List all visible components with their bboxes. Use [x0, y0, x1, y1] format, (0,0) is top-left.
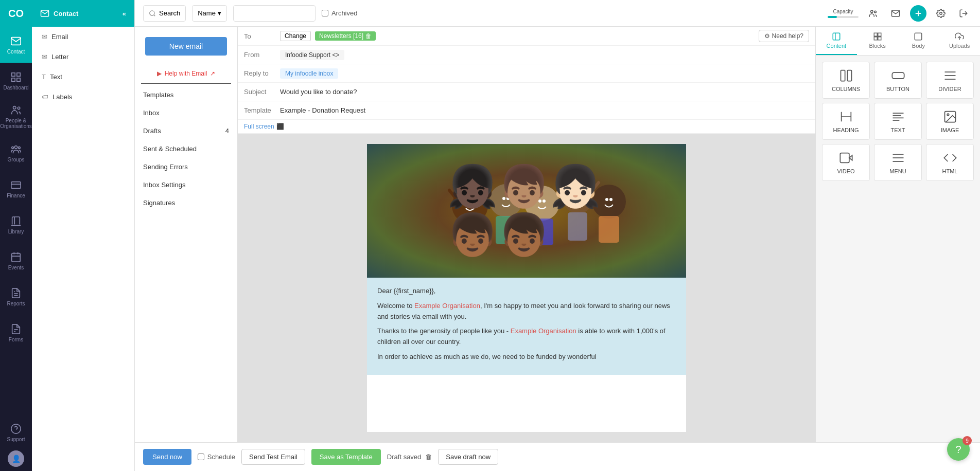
html-block-icon — [943, 151, 957, 165]
right-panel: Content Blocks Body Uploads — [815, 27, 980, 442]
save-template-button[interactable]: Save as Template — [311, 449, 381, 465]
blocks-tab-icon — [873, 32, 882, 41]
logout-button[interactable] — [955, 5, 972, 22]
block-divider[interactable]: ✦ DIVIDER — [926, 62, 974, 99]
fullscreen-row[interactable]: Full screen ⬛ — [238, 120, 815, 134]
signatures-label: Signatures — [143, 199, 175, 207]
block-menu[interactable]: ✦ MENU — [874, 144, 922, 181]
nav-item-support[interactable]: Support — [0, 414, 32, 450]
block-columns[interactable]: ✦ COLUMNS — [822, 62, 870, 99]
nav-item-events[interactable]: Events — [0, 243, 32, 279]
nav-item-library-label: Library — [8, 229, 24, 234]
help-with-email-link[interactable]: ▶ Help with Email ↗ — [135, 66, 237, 81]
nav-item-people[interactable]: People & Organisations — [0, 99, 32, 135]
svg-point-32 — [466, 202, 469, 205]
tab-body[interactable]: Body — [898, 27, 939, 55]
tab-content[interactable]: Content — [816, 27, 857, 55]
nav-item-reports[interactable]: Reports — [0, 279, 32, 315]
email-nav-drafts[interactable]: Drafts 4 — [135, 122, 237, 140]
nav-item-contact[interactable]: Contact — [0, 27, 32, 63]
block-button[interactable]: ✦ BUTTON — [874, 62, 922, 99]
contacts-icon-btn[interactable] — [865, 5, 881, 22]
heading-label: HEADING — [833, 127, 859, 133]
schedule-checkbox[interactable] — [198, 454, 204, 460]
drafts-label: Drafts — [143, 127, 161, 135]
org-name-1: Example Organisation — [414, 302, 480, 310]
svg-point-35 — [506, 197, 510, 200]
collapse-sidebar-button[interactable]: « — [122, 10, 126, 17]
archived-checkbox-row: Archived — [322, 9, 358, 17]
block-html[interactable]: ✦ HTML — [926, 144, 974, 181]
nav-item-forms[interactable]: Forms — [0, 315, 32, 351]
svg-rect-59 — [847, 70, 851, 81]
search-input[interactable] — [233, 5, 316, 22]
send-test-button[interactable]: Send Test Email — [241, 449, 305, 465]
search-filter-dropdown[interactable]: Name ▾ — [192, 5, 227, 22]
email-nav-signatures[interactable]: Signatures — [135, 194, 237, 212]
schedule-label[interactable]: Schedule — [198, 453, 235, 461]
change-button[interactable]: Change — [280, 31, 311, 41]
settings-button[interactable] — [933, 5, 949, 22]
svg-point-28 — [489, 184, 522, 217]
svg-point-6 — [14, 146, 18, 149]
email-nav-sent[interactable]: Sent & Scheduled — [135, 140, 237, 158]
sidebar-item-labels-label: Labels — [52, 93, 72, 101]
block-image[interactable]: ✦ IMAGE — [926, 103, 974, 140]
svg-rect-55 — [878, 37, 881, 40]
tab-blocks[interactable]: Blocks — [857, 27, 898, 55]
preview-para2: Thanks to the generosity of people like … — [377, 326, 676, 348]
subject-value[interactable]: Would you like to donate? — [280, 88, 809, 96]
email-nav-templates[interactable]: Templates — [135, 86, 237, 104]
need-help-button[interactable]: ⚙ Need help? — [759, 30, 809, 42]
block-text[interactable]: ✦ TEXT — [874, 103, 922, 140]
block-heading[interactable]: ✦ HEADING — [822, 103, 870, 140]
nav-item-library[interactable]: Library — [0, 207, 32, 243]
svg-point-33 — [470, 202, 474, 205]
sidebar-item-letter[interactable]: ✉ Letter — [32, 47, 134, 67]
send-now-button[interactable]: Send now — [143, 449, 191, 465]
video-block-icon — [839, 151, 853, 165]
sidebar-item-labels[interactable]: 🏷 Labels — [32, 87, 134, 107]
email-nav-errors[interactable]: Sending Errors — [135, 158, 237, 176]
nav-item-dashboard[interactable]: Dashboard — [0, 63, 32, 99]
user-avatar[interactable]: 👤 — [8, 450, 24, 467]
blocks-grid: ✦ COLUMNS ✦ BUTTON ✦ DIVIDER — [816, 56, 980, 187]
nav-item-people-label: People & Organisations — [0, 118, 32, 129]
sidebar-item-email[interactable]: ✉ Email — [32, 27, 134, 47]
svg-point-31 — [592, 185, 626, 219]
new-email-button[interactable]: New email — [145, 37, 227, 56]
delete-recipient-icon[interactable]: 🗑 — [365, 32, 372, 40]
svg-point-21 — [874, 11, 877, 13]
html-label: HTML — [942, 168, 958, 174]
svg-point-4 — [13, 106, 16, 110]
nav-item-finance[interactable]: Finance — [0, 171, 32, 207]
email-icon: ✉ — [42, 33, 47, 41]
drafts-badge: 4 — [225, 127, 229, 135]
schedule-label-text: Schedule — [207, 453, 235, 461]
image-label: IMAGE — [941, 127, 959, 133]
add-button[interactable] — [910, 5, 926, 22]
nav-item-groups[interactable]: Groups — [0, 135, 32, 171]
delete-draft-icon[interactable]: 🗑 — [425, 453, 432, 461]
email-nav-inbox[interactable]: Inbox — [135, 104, 237, 122]
svg-point-34 — [502, 197, 505, 200]
tab-body-label: Body — [912, 43, 925, 49]
svg-point-7 — [12, 147, 14, 149]
svg-rect-1 — [17, 73, 20, 76]
mail-icon-btn[interactable] — [887, 5, 904, 22]
svg-marker-71 — [849, 155, 852, 160]
help-circle-button[interactable]: ? 9 — [947, 438, 970, 461]
svg-point-5 — [18, 107, 20, 110]
save-draft-button[interactable]: Save draft now — [438, 449, 498, 465]
template-value: Example - Donation Request — [280, 106, 809, 114]
tab-uploads[interactable]: Uploads — [939, 27, 980, 55]
search-bar[interactable]: Search — [143, 5, 186, 22]
columns-icon — [839, 68, 853, 83]
svg-point-30 — [563, 183, 593, 213]
svg-point-24 — [940, 12, 942, 14]
sidebar-item-text[interactable]: T Text — [32, 67, 134, 87]
email-nav-settings[interactable]: Inbox Settings — [135, 176, 237, 194]
search-label: Search — [159, 9, 180, 17]
archived-checkbox[interactable] — [322, 10, 328, 16]
block-video[interactable]: ✦ VIDEO — [822, 144, 870, 181]
